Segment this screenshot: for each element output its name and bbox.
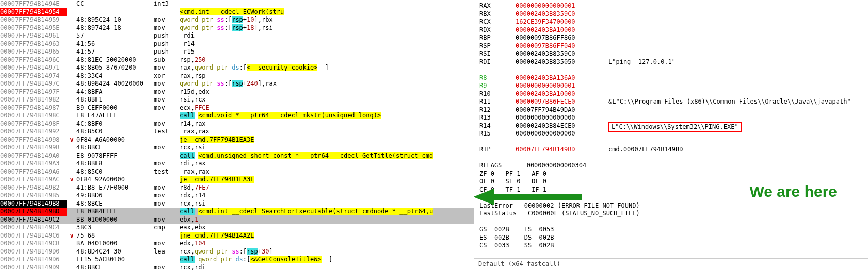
disasm-row[interactable]: 00007FF794B1498F4C:8BF0mov r14,rax [0, 120, 474, 128]
disasm-address: 00007FF794B149A0 [0, 152, 67, 160]
disasm-row[interactable]: 00007FF794B149D048:8D4C24 30lea rcx,qwor… [0, 248, 474, 256]
flag-row: ZF 0 PF 1 AF 0 [479, 170, 546, 178]
disasm-row[interactable]: 00007FF794B1496541:57push r15 [0, 48, 474, 56]
reg-label: R14 [479, 122, 516, 130]
jump-indicator: v [67, 136, 76, 144]
disasm-operands: call <cmd.unsigned short const * __ptr64… [180, 152, 474, 160]
disasm-row[interactable]: 00007FF794B149C2BB 01000000mov ebx,1 [0, 216, 474, 224]
reg-value: 0000000000000000 [516, 130, 608, 138]
disasm-row[interactable]: 00007FF794B1497148:8B05 87670200mov rax,… [0, 64, 474, 72]
disasm-operands: rdi,rax [180, 160, 474, 168]
segment-row: GS 002B FS 0053 [479, 226, 863, 234]
disasm-operands: qword ptr ss:[rsp+18],rsi [180, 24, 474, 32]
disasm-row[interactable]: 00007FF794B149B241:B8 E77F0000mov r8d,7F… [0, 184, 474, 192]
disasm-row[interactable]: 00007FF794B14954<cmd.int __cdecl ECWork(… [0, 8, 474, 16]
jump-indicator [67, 192, 76, 200]
reg-desc [608, 106, 863, 114]
reg-value: 000002403B8359C0 [516, 50, 608, 58]
disasm-row[interactable]: 00007FF794B14987B9 CEFF0000mov ecx,FFCE [0, 104, 474, 112]
disasm-operands: rsi,rcx [180, 96, 474, 104]
registers-pane[interactable]: We are here RAX0000000000000001RBX000002… [474, 0, 868, 270]
disasm-row[interactable]: 00007FF794B149A648:85C0test rax,rax [0, 168, 474, 176]
disasm-mnemonic [154, 176, 180, 184]
jump-indicator: v [67, 176, 76, 184]
annotation-arrow [474, 187, 587, 207]
disasm-row[interactable]: 00007FF794B1499B48:8BCEmov rcx,rsi [0, 144, 474, 152]
disasm-address: 00007FF794B149CB [0, 240, 67, 248]
disasm-row[interactable]: 00007FF794B14998v0F84 A6A00000je cmd.7FF… [0, 136, 474, 144]
register-row: R10000002403BA10000 [479, 90, 863, 98]
disasm-address: 00007FF794B149D6 [0, 256, 67, 264]
reg-label: RIP [479, 146, 516, 154]
disasm-row[interactable]: 00007FF794B1498CE8 F47AFFFFcall <cmd.voi… [0, 112, 474, 120]
disasm-mnemonic [154, 256, 180, 264]
disasm-address: 00007FF794B14971 [0, 64, 67, 72]
disasm-row[interactable]: 00007FF794B1497448:33C4xor rax,rsp [0, 72, 474, 80]
reg-label: RBP [479, 34, 516, 42]
disasm-mnemonic: mov [154, 160, 180, 168]
disasm-operands: rax,qword ptr ds:[<__security_cookie> ] [180, 64, 474, 72]
disasm-mnemonic: mov [154, 200, 180, 208]
disasm-mnemonic: mov [154, 24, 180, 32]
info-line [479, 250, 863, 258]
disasm-row[interactable]: 00007FF794B1496157push rdi [0, 32, 474, 40]
annotation-text: We are here [749, 183, 837, 200]
reg-desc [608, 10, 863, 19]
disasm-row[interactable]: 00007FF794B149A0E8 9078FFFFcall <cmd.uns… [0, 152, 474, 160]
reg-label: RCX [479, 18, 516, 26]
jump-indicator [67, 152, 76, 160]
reg-label: R8 [479, 74, 516, 82]
disasm-operands: jne cmd.7FF794B14A2E [180, 232, 474, 240]
disasm-row[interactable]: 00007FF794B149B549:8BD6mov rdx,r14 [0, 192, 474, 200]
register-row: RIP00007FF794B149BDcmd.00007FF794B149BD [479, 146, 863, 154]
disasm-bytes: FF15 5ACB0100 [76, 256, 154, 264]
disasm-row[interactable]: 00007FF794B149ACv0F84 92A00000je cmd.7FF… [0, 176, 474, 184]
disasm-bytes: 48:81EC 50020000 [76, 56, 154, 64]
disasm-row[interactable]: 00007FF794B149A348:8BF8mov rdi,rax [0, 160, 474, 168]
disasm-bytes: 48:8BCF [76, 264, 154, 271]
disasm-row[interactable]: 00007FF794B149CBBA 04010000mov edx,104 [0, 240, 474, 248]
register-row: R130000000000000000 [479, 114, 863, 122]
disasm-row[interactable]: 00007FF794B1496C48:81EC 50020000sub rsp,… [0, 56, 474, 64]
register-row: RBX000002403B8359C0 [479, 10, 863, 19]
disasm-row[interactable]: 00007FF794B149D948:8BCFmov rcx,rdi [0, 264, 474, 271]
disasm-row[interactable]: 00007FF794B1495E48:897424 18mov qword pt… [0, 24, 474, 32]
disasm-row[interactable]: 00007FF794B1495948:895C24 10mov qword pt… [0, 16, 474, 24]
disasm-row[interactable]: 00007FF794B149B848:8BCEmov rcx,rsi [0, 200, 474, 208]
disasm-row[interactable]: 00007FF794B149C6v75 68jne cmd.7FF794B14A… [0, 232, 474, 240]
register-row: RCX162CE39F34700000 [479, 18, 863, 26]
disasm-address: 00007FF794B14965 [0, 48, 67, 56]
disasm-operands: rsp,250 [180, 56, 474, 64]
disasm-mnemonic: push [154, 40, 180, 48]
disasm-row[interactable]: 00007FF794B149C43BC3cmp eax,ebx [0, 224, 474, 232]
disasm-row[interactable]: 00007FF794B1494ECCint3 [0, 0, 474, 8]
jump-indicator [67, 160, 76, 168]
disasm-row[interactable]: 00007FF794B1496341:56push r14 [0, 40, 474, 48]
error-row: LastStatus C000000F (STATUS_NO_SUCH_FILE… [479, 210, 640, 218]
disasm-address: 00007FF794B149C2 [0, 216, 67, 224]
disassembly-pane[interactable]: 00007FF794B1494ECCint300007FF794B14954<c… [0, 0, 474, 270]
disasm-mnemonic: cmp [154, 224, 180, 232]
jump-indicator [67, 48, 76, 56]
register-row: RDX000002403BA10000 [479, 26, 863, 35]
disasm-row[interactable]: 00007FF794B149D6FF15 5ACB0100call qword … [0, 256, 474, 264]
disasm-operands: rcx,rsi [180, 144, 474, 152]
jump-indicator [67, 184, 76, 192]
jump-indicator [67, 96, 76, 104]
disasm-row[interactable]: 00007FF794B1497C48:898424 40020000mov qw… [0, 80, 474, 88]
disasm-row[interactable]: 00007FF794B1498248:8BF1mov rsi,rcx [0, 96, 474, 104]
disasm-bytes: 48:898424 40020000 [76, 80, 154, 88]
rflags-row: RFLAGS 0000000000000304 [479, 162, 863, 170]
disasm-address: 00007FF794B14954 [0, 8, 67, 16]
disasm-bytes: 48:8D4C24 30 [76, 248, 154, 256]
reg-label: RAX [479, 2, 516, 10]
disasm-row[interactable]: 00007FF794B149BDE8 0B84FFFFcall <cmd.int… [0, 208, 474, 216]
jump-indicator [67, 240, 76, 248]
jump-indicator [67, 104, 76, 112]
disasm-row[interactable]: 00007FF794B1497F44:8BFAmov r15d,edx [0, 88, 474, 96]
disasm-mnemonic: sub [154, 56, 180, 64]
disasm-mnemonic: mov [154, 104, 180, 112]
disasm-row[interactable]: 00007FF794B1499248:85C0test rax,rax [0, 128, 474, 136]
disasm-mnemonic: mov [154, 16, 180, 24]
reg-value: 000002403BA10000 [516, 26, 608, 35]
